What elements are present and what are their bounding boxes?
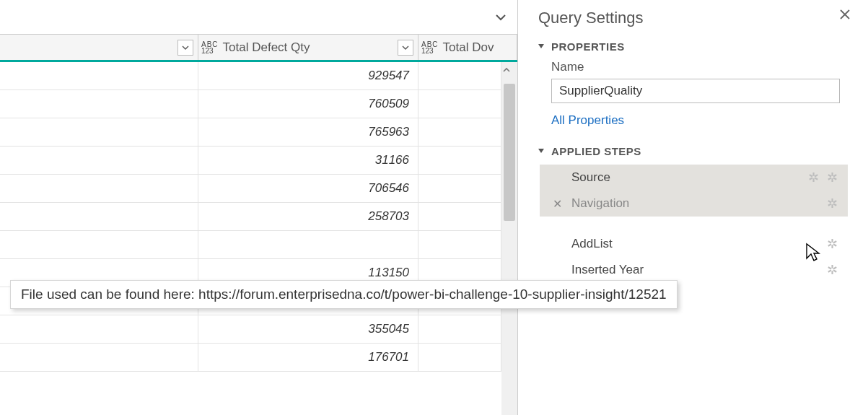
gear-icon[interactable]: ✲ — [827, 170, 838, 185]
cell-defect — [198, 231, 418, 258]
all-properties-link[interactable]: All Properties — [551, 113, 848, 128]
type-bottom: 123 — [201, 48, 219, 54]
table-row[interactable]: 355045 — [0, 315, 501, 344]
expand-formula-button[interactable] — [493, 9, 509, 25]
applied-step[interactable] — [540, 217, 848, 231]
column-header-2[interactable]: ABC 123 Total Dov — [418, 35, 517, 60]
gear-icon[interactable]: ✲ — [827, 236, 838, 252]
panel-title: Query Settings — [538, 9, 848, 27]
grid-body: 929547 760509 765963 31166 706546 258703… — [0, 62, 517, 415]
step-label: Navigation — [571, 196, 629, 211]
data-type-icon[interactable]: ABC 123 — [201, 41, 219, 54]
type-bottom: 123 — [421, 48, 439, 54]
cell-defect: 31166 — [198, 147, 418, 174]
cell-defect: 176701 — [198, 344, 418, 371]
table-row[interactable]: 706546 — [0, 175, 501, 203]
table-row[interactable]: 765963 — [0, 118, 501, 147]
cell-defect: 706546 — [198, 175, 418, 202]
cell-defect: 258703 — [198, 203, 418, 230]
scrollbar-thumb[interactable] — [504, 84, 515, 221]
applied-step-navigation[interactable]: ✕ Navigation ✲ — [540, 191, 848, 217]
cell-defect: 355045 — [198, 315, 418, 343]
gear-icon[interactable]: ✲ — [827, 196, 838, 211]
table-row[interactable]: 929547 — [0, 62, 501, 90]
filter-dropdown-button[interactable] — [177, 40, 193, 56]
applied-step-source[interactable]: Source ✲ ✲ — [540, 165, 848, 191]
table-row[interactable]: 31166 — [0, 147, 501, 175]
data-grid: ABC 123 Total Defect Qty ABC 123 Total D… — [0, 0, 518, 415]
collapse-triangle-icon — [538, 149, 544, 153]
query-settings-panel: Query Settings PROPERTIES Name All Prope… — [518, 0, 868, 415]
section-label: PROPERTIES — [551, 40, 625, 53]
close-panel-button[interactable] — [838, 7, 852, 22]
properties-section-header[interactable]: PROPERTIES — [538, 40, 848, 53]
step-label: Source — [571, 170, 610, 185]
cell-defect: 765963 — [198, 118, 418, 146]
section-label: APPLIED STEPS — [551, 145, 641, 157]
query-name-input[interactable] — [551, 79, 840, 103]
delete-step-icon[interactable]: ✕ — [553, 197, 562, 211]
column-headers: ABC 123 Total Defect Qty ABC 123 Total D… — [0, 35, 517, 62]
gear-icon[interactable]: ✲ — [808, 170, 819, 185]
step-description-tooltip: File used can be found here: https://for… — [10, 280, 678, 309]
table-row[interactable]: 176701 — [0, 344, 501, 372]
scroll-up-icon[interactable] — [501, 65, 517, 75]
gear-icon[interactable]: ✲ — [827, 262, 838, 278]
column-label: Total Defect Qty — [223, 40, 393, 55]
applied-step-addlist[interactable]: AddList ✲ — [540, 231, 848, 257]
formula-bar — [0, 0, 517, 35]
collapse-triangle-icon — [538, 44, 544, 48]
vertical-scrollbar[interactable] — [501, 62, 517, 415]
step-label: Inserted Year — [571, 263, 644, 277]
column-header-0[interactable] — [0, 35, 198, 60]
table-row[interactable]: 258703 — [0, 203, 501, 231]
applied-step-inserted-year[interactable]: Inserted Year ✲ — [540, 257, 848, 283]
cell-defect: 760509 — [198, 90, 418, 118]
applied-steps-section-header[interactable]: APPLIED STEPS — [538, 145, 848, 157]
filter-dropdown-button[interactable] — [398, 40, 413, 56]
step-label: AddList — [571, 237, 613, 251]
column-label: Total Dov — [443, 40, 494, 55]
column-header-1[interactable]: ABC 123 Total Defect Qty — [198, 35, 418, 60]
table-row[interactable] — [0, 231, 501, 259]
name-label: Name — [551, 60, 848, 74]
cell-defect: 929547 — [198, 62, 418, 89]
data-type-icon[interactable]: ABC 123 — [421, 41, 439, 54]
table-row[interactable]: 760509 — [0, 90, 501, 118]
